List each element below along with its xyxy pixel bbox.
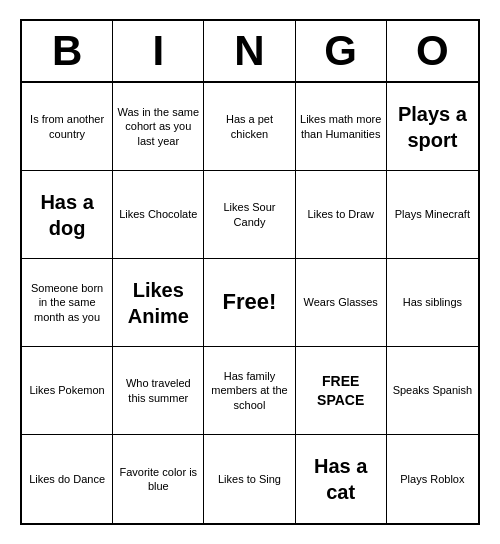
bingo-letter-i: I (113, 21, 204, 81)
bingo-card: BINGO Is from another countryWas in the … (20, 19, 480, 525)
bingo-cell-5: Has a dog (22, 171, 113, 259)
bingo-cell-9: Plays Minecraft (387, 171, 478, 259)
bingo-cell-20: Likes do Dance (22, 435, 113, 523)
bingo-cell-19: Speaks Spanish (387, 347, 478, 435)
bingo-letter-n: N (204, 21, 295, 81)
bingo-cell-0: Is from another country (22, 83, 113, 171)
bingo-cell-11: Likes Anime (113, 259, 204, 347)
bingo-cell-15: Likes Pokemon (22, 347, 113, 435)
bingo-cell-1: Was in the same cohort as you last year (113, 83, 204, 171)
bingo-cell-18: FREE SPACE (296, 347, 387, 435)
bingo-cell-23: Has a cat (296, 435, 387, 523)
bingo-cell-13: Wears Glasses (296, 259, 387, 347)
bingo-cell-21: Favorite color is blue (113, 435, 204, 523)
bingo-cell-22: Likes to Sing (204, 435, 295, 523)
bingo-cell-7: Likes Sour Candy (204, 171, 295, 259)
bingo-cell-2: Has a pet chicken (204, 83, 295, 171)
bingo-letter-o: O (387, 21, 478, 81)
bingo-cell-12: Free! (204, 259, 295, 347)
bingo-letter-b: B (22, 21, 113, 81)
bingo-cell-3: Likes math more than Humanities (296, 83, 387, 171)
bingo-cell-14: Has siblings (387, 259, 478, 347)
bingo-cell-24: Plays Roblox (387, 435, 478, 523)
bingo-cell-16: Who traveled this summer (113, 347, 204, 435)
bingo-cell-4: Plays a sport (387, 83, 478, 171)
bingo-header: BINGO (22, 21, 478, 83)
bingo-grid: Is from another countryWas in the same c… (22, 83, 478, 523)
bingo-cell-6: Likes Chocolate (113, 171, 204, 259)
bingo-cell-8: Likes to Draw (296, 171, 387, 259)
bingo-cell-10: Someone born in the same month as you (22, 259, 113, 347)
bingo-cell-17: Has family members at the school (204, 347, 295, 435)
bingo-letter-g: G (296, 21, 387, 81)
